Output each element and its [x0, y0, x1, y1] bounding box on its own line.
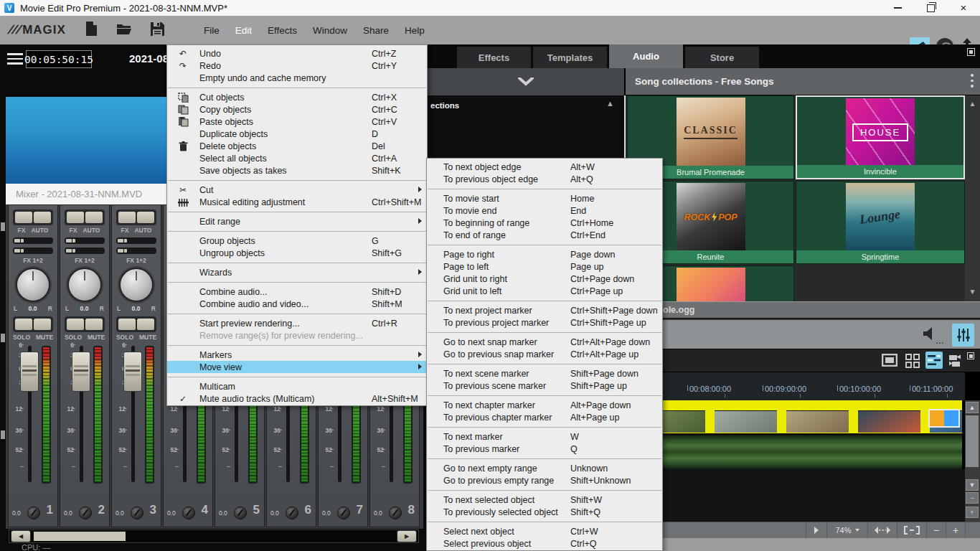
minimize-button[interactable]	[881, 0, 914, 16]
fx-send-slider[interactable]	[116, 237, 156, 244]
volume-fader[interactable]	[20, 352, 39, 392]
move-view-item-page-to-left[interactable]: Page to leftPage up	[427, 260, 662, 273]
menubar-item-edit[interactable]: Edit	[227, 21, 260, 40]
solo-button[interactable]	[118, 319, 136, 330]
move-view-item-select-next-object[interactable]: Select next objectCtrl+W	[427, 525, 662, 537]
move-view-item-go-to-next-empty-range[interactable]: Go to next empty rangeUnknown	[427, 462, 662, 474]
edit-menu-item-paste-objects[interactable]: Paste objectsCtrl+V	[167, 116, 427, 128]
edit-menu-item-group-objects[interactable]: Group objectsG	[167, 235, 427, 247]
multicam-icon[interactable]	[948, 354, 964, 371]
move-view-item-to-next-scene-marker[interactable]: To next scene markerShift+Page down	[427, 367, 662, 380]
edit-menu-item-move-view[interactable]: Move view	[167, 361, 427, 373]
edit-menu-item-musical-editing-adjustment[interactable]: Musical editing adjustmentCtrl+Shift+M	[167, 196, 427, 208]
fx-button[interactable]	[118, 212, 136, 223]
video-clip-thumbnail[interactable]	[858, 410, 920, 433]
fx-send-slider[interactable]	[13, 237, 53, 244]
category-list-item[interactable]: ections	[430, 101, 459, 110]
move-view-item-go-to-previous-snap-marker[interactable]: Go to previous snap markerCtrl+Alt+Page …	[427, 348, 662, 360]
volume-fader[interactable]	[123, 352, 142, 392]
tab-effects[interactable]: Effects	[457, 47, 531, 68]
hamburger-menu-icon[interactable]	[7, 53, 23, 67]
mute-button[interactable]	[34, 319, 51, 330]
move-view-item-go-to-previous-empty-range[interactable]: Go to previous empty rangeShift+Unknown	[427, 474, 662, 486]
edit-menu-item-combine-audio[interactable]: Combine audio...Shift+D	[167, 286, 427, 298]
menubar-item-share[interactable]: Share	[355, 21, 397, 40]
move-view-item-go-to-next-snap-marker[interactable]: Go to next snap markerCtrl+Alt+Page down	[427, 336, 662, 348]
move-view-item-grid-unit-to-right[interactable]: Grid unit to rightCtrl+Page down	[427, 273, 662, 285]
save-project-icon[interactable]	[151, 22, 164, 39]
open-project-icon[interactable]	[116, 22, 132, 38]
panel-corner-icon[interactable]	[967, 352, 974, 359]
mixer-scroll-left-button[interactable]: ◀	[11, 530, 31, 542]
edit-menu-item-save-objects-as-takes[interactable]: Save objects as takesShift+K	[167, 164, 427, 176]
zoom-level-dropdown[interactable]: 74%	[826, 522, 867, 538]
more-options-icon[interactable]	[971, 74, 973, 90]
edit-menu-item-duplicate-objects[interactable]: Duplicate objectsD	[167, 128, 427, 140]
move-view-item-to-previously-selected-object[interactable]: To previously selected objectShift+Q	[427, 506, 662, 518]
edit-menu-item-edit-range[interactable]: Edit range	[167, 215, 427, 227]
edit-menu-item-mute-audio-tracks-multicam[interactable]: ✓Mute audio tracks (Multicam)Alt+Shift+M	[167, 392, 427, 405]
fx-button[interactable]	[67, 212, 84, 223]
scroll-down-icon[interactable]: ▼	[965, 288, 980, 296]
selected-transition-clip[interactable]	[928, 409, 960, 428]
fx-button[interactable]	[15, 212, 32, 223]
move-view-item-to-previous-scene-marker[interactable]: To previous scene markerShift+Page up	[427, 380, 662, 392]
menubar-item-effects[interactable]: Effects	[260, 21, 305, 40]
zoom-out-button[interactable]: −	[926, 522, 946, 538]
edit-menu-item-combine-audio-and-video[interactable]: Combine audio and video...Shift+M	[167, 298, 427, 310]
track-zoom-in-button[interactable]: +	[966, 507, 979, 518]
scroll-up-button[interactable]: ▲	[966, 402, 979, 413]
move-view-item-to-previous-marker[interactable]: To previous markerQ	[427, 443, 662, 455]
scroll-up-icon[interactable]: ▲	[606, 99, 614, 108]
edit-menu-item-start-preview-rendering[interactable]: Start preview rendering...Ctrl+R	[167, 317, 427, 329]
new-project-icon[interactable]	[85, 22, 98, 39]
edit-menu-item-empty-undo-and-cache-memory[interactable]: Empty undo and cache memory	[167, 72, 427, 84]
fx-send-slider[interactable]	[65, 237, 105, 244]
move-view-item-to-end-of-range[interactable]: To end of rangeCtrl+End	[427, 229, 662, 241]
timeline-view-icon[interactable]	[925, 352, 943, 369]
zoom-in-button[interactable]: +	[946, 522, 965, 538]
speaker-menu-dots[interactable]: ...	[936, 337, 944, 345]
category-dropdown-header[interactable]	[428, 68, 624, 95]
move-view-item-to-movie-start[interactable]: To movie startHome	[427, 192, 662, 204]
volume-fader[interactable]	[72, 352, 90, 392]
move-view-item-to-next-project-marker[interactable]: To next project markerCtrl+Shift+Page do…	[427, 304, 662, 316]
zoom-fit-range-button[interactable]	[867, 522, 897, 538]
edit-menu-item-delete-objects[interactable]: Delete objectsDel	[167, 140, 427, 152]
collections-scrollbar[interactable]: ▲ ▼	[965, 95, 980, 301]
close-button[interactable]: ×	[947, 0, 980, 16]
solo-button[interactable]	[67, 319, 84, 330]
track-zoom-out-button[interactable]: −	[966, 492, 979, 504]
auto-button[interactable]	[137, 212, 154, 223]
pan-knob[interactable]	[67, 268, 102, 302]
move-view-item-grid-unit-to-left[interactable]: Grid unit to leftCtrl+Page up	[427, 285, 662, 297]
move-view-item-to-previous-project-marker[interactable]: To previous project markerCtrl+Shift+Pag…	[427, 316, 662, 329]
tab-audio[interactable]: Audio	[609, 44, 683, 68]
vertical-scrollbar-thumb[interactable]	[966, 415, 979, 467]
pan-knob[interactable]	[16, 268, 50, 302]
panel-corner-icon[interactable]	[967, 48, 975, 56]
fx-send-slider[interactable]	[116, 248, 156, 254]
move-view-item-to-previous-chapter-marker[interactable]: To previous chapter markerAlt+Page up	[427, 411, 662, 423]
move-view-item-select-previous-object[interactable]: Select previous objectCtrl+Q	[427, 537, 662, 550]
timeline-vertical-scrollbar[interactable]: ▲ ▼ − +	[965, 400, 980, 522]
edit-menu-item-cut-objects[interactable]: Cut objectsCtrl+X	[167, 91, 427, 103]
mute-button[interactable]	[85, 319, 103, 330]
menubar-item-file[interactable]: File	[196, 21, 227, 40]
edit-menu-item-redo[interactable]: ↷RedoCtrl+Y	[167, 60, 427, 72]
edit-menu-item-markers[interactable]: Markers	[167, 349, 427, 361]
edit-menu-item-select-all-objects[interactable]: Select all objectsCtrl+A	[167, 152, 427, 164]
move-view-item-to-beginning-of-range[interactable]: To beginning of rangeCtrl+Home	[427, 217, 662, 229]
mixer-horizontal-scrollbar[interactable]: ◀ ▶	[9, 529, 419, 543]
move-view-item-to-movie-end[interactable]: To movie endEnd	[427, 204, 662, 217]
edit-menu-item-wizards[interactable]: Wizards	[167, 266, 427, 278]
timecode-display[interactable]: 00:05:50:15	[26, 50, 92, 68]
edit-menu-item-undo[interactable]: ↶UndoCtrl+Z	[167, 47, 427, 60]
scroll-down-button[interactable]: ▼	[966, 479, 979, 491]
scroll-up-icon[interactable]: ▲	[965, 100, 980, 108]
move-view-item-page-to-right[interactable]: Page to rightPage down	[427, 248, 662, 260]
move-view-item-to-next-marker[interactable]: To next markerW	[427, 430, 662, 443]
show-whole-movie-button[interactable]	[897, 522, 926, 538]
menubar-item-window[interactable]: Window	[305, 21, 355, 40]
hscroll-right-button[interactable]	[806, 522, 826, 538]
